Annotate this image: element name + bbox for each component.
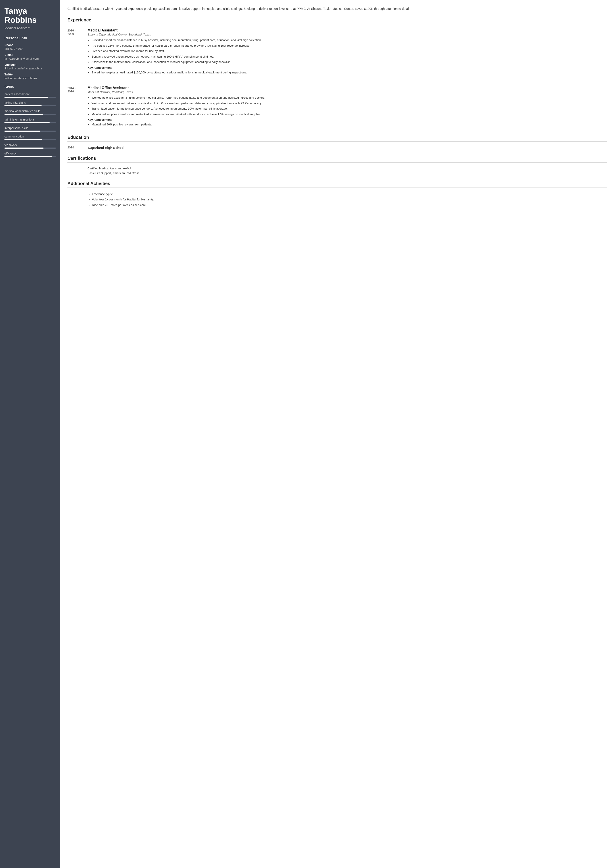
skill-name: patient assessment xyxy=(5,92,56,96)
skill-bar xyxy=(5,122,56,123)
twitter-label: Twitter xyxy=(5,73,56,76)
achievement-bullet: Saved the hospital an estimated $120,000… xyxy=(91,70,607,75)
skills-heading: Skills xyxy=(5,85,56,89)
skill-bar xyxy=(5,156,56,157)
bullet-item: Sent and received patient records as nee… xyxy=(91,54,607,59)
skill-bar xyxy=(5,114,56,115)
activity-item: Volunteer 2x per month for Habitat for H… xyxy=(92,197,607,202)
experience-section: Experience 2016 -2020 Medical Assistant … xyxy=(67,17,607,129)
main-content: Certified Medical Assistant with 6+ year… xyxy=(60,0,614,868)
skill-name: administering injections xyxy=(5,118,56,121)
skill-item: patient assessment xyxy=(5,92,56,98)
education-heading: Education xyxy=(67,135,607,142)
candidate-name: TanyaRobbins xyxy=(5,7,56,24)
bullet-item: Assisted with the maintenance, calibrati… xyxy=(91,60,607,64)
bullet-item: Maintained supplies inventory and restoc… xyxy=(91,112,607,116)
certifications-section: Certifications Certified Medical Assista… xyxy=(67,156,607,175)
bullet-item: Provided expert medical assistance in bu… xyxy=(91,38,607,42)
summary-text: Certified Medical Assistant with 6+ year… xyxy=(67,6,607,11)
skills-section: Skills patient assessment taking vital s… xyxy=(5,85,56,157)
bullet-item: Worked as office assistant in high-volum… xyxy=(91,96,607,100)
skill-bar xyxy=(5,139,56,140)
skill-bar xyxy=(5,97,56,98)
experience-entry: 2016 -2020 Medical Assistant Shawna Tayl… xyxy=(67,28,607,76)
skill-item: medical administrative skills xyxy=(5,109,56,115)
skill-name: taking vital signs xyxy=(5,101,56,104)
achievement-bullet: Maintained 96% positive reviews from pat… xyxy=(91,122,607,127)
edu-year: 2014 xyxy=(67,146,87,150)
certification-entry: Basic Life Support, American Red Cross xyxy=(67,171,607,175)
education-entry: 2014 Sugarland High School xyxy=(67,146,607,150)
activities-heading: Additional Activities xyxy=(67,181,607,188)
bullet-item: Cleaned and stocked examination rooms fo… xyxy=(91,49,607,53)
company-name: Shawna Taylor Medical Center, Sugarland,… xyxy=(87,33,607,36)
skill-item: taking vital signs xyxy=(5,101,56,106)
linkedin-value: linkedin.com/in/tanyazrobbins xyxy=(5,67,56,70)
linkedin-label: LinkedIn xyxy=(5,63,56,66)
certification-text: Certified Medical Assistant, AAMA xyxy=(87,167,131,170)
company-name: MedFast Network, Pearland, Texas xyxy=(87,90,607,94)
experience-heading: Experience xyxy=(67,17,607,24)
key-achievement-label: Key Achievement: xyxy=(87,118,607,121)
certification-text: Basic Life Support, American Red Cross xyxy=(87,171,140,175)
skill-name: efficiency xyxy=(5,152,56,155)
skill-bar xyxy=(5,147,56,149)
skill-item: administering injections xyxy=(5,118,56,123)
bullet-item: Transmitted patient forms to insurance v… xyxy=(91,107,607,111)
achievement-list: Maintained 96% positive reviews from pat… xyxy=(87,122,607,127)
bullets-list: Provided expert medical assistance in bu… xyxy=(87,38,607,64)
skill-name: interpersonal skills xyxy=(5,126,56,130)
candidate-title: Medical Assistant xyxy=(5,26,56,30)
phone-value: 281-690-4769 xyxy=(5,47,56,50)
edu-school: Sugarland High School xyxy=(87,146,124,150)
bullets-list: Worked as office assistant in high-volum… xyxy=(87,96,607,116)
achievement-list: Saved the hospital an estimated $120,000… xyxy=(87,70,607,75)
bullet-item: Welcomed and processed patients on arriv… xyxy=(91,101,607,105)
skill-item: interpersonal skills xyxy=(5,126,56,132)
twitter-value: twitter.com/tanyazrobbins xyxy=(5,77,56,80)
skill-name: teamwork xyxy=(5,143,56,147)
sidebar: TanyaRobbins Medical Assistant Personal … xyxy=(0,0,60,868)
certifications-heading: Certifications xyxy=(67,156,607,163)
experience-entry: 2014 -2016 Medical Office Assistant MedF… xyxy=(67,86,607,129)
education-section: Education 2014 Sugarland High School xyxy=(67,135,607,150)
bullet-item: Pre-certified 25% more patients than ave… xyxy=(91,43,607,48)
key-achievement-label: Key Achievement: xyxy=(87,66,607,70)
skill-name: communication xyxy=(5,135,56,138)
skill-item: efficiency xyxy=(5,152,56,157)
email-value: tanyazrobbins@gmail.com xyxy=(5,57,56,60)
job-title: Medical Assistant xyxy=(87,28,607,33)
activities-list: Freelance typist.Volunteer 2x per month … xyxy=(67,192,607,207)
activity-item: Freelance typist. xyxy=(92,192,607,197)
personal-info-heading: Personal Info xyxy=(5,36,56,40)
email-label: E-mail xyxy=(5,53,56,56)
activities-section: Additional Activities Freelance typist.V… xyxy=(67,181,607,207)
phone-label: Phone xyxy=(5,43,56,46)
skill-name: medical administrative skills xyxy=(5,109,56,113)
skill-item: teamwork xyxy=(5,143,56,149)
entry-content: Medical Assistant Shawna Taylor Medical … xyxy=(87,28,607,76)
skill-bar xyxy=(5,130,56,132)
activity-item: Ride bike 70+ miles per week as self-car… xyxy=(92,203,607,207)
job-title: Medical Office Assistant xyxy=(87,86,607,90)
entry-dates: 2014 -2016 xyxy=(67,86,87,129)
certification-entry: Certified Medical Assistant, AAMA xyxy=(67,167,607,170)
entry-dates: 2016 -2020 xyxy=(67,28,87,76)
entry-content: Medical Office Assistant MedFast Network… xyxy=(87,86,607,129)
skill-item: communication xyxy=(5,135,56,140)
skill-bar xyxy=(5,105,56,106)
